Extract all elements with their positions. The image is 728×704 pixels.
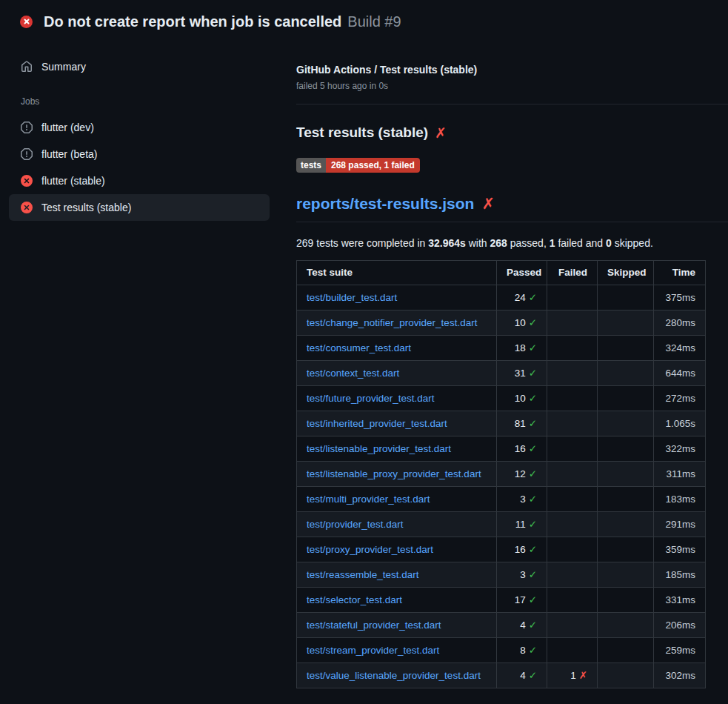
badge-label: tests <box>296 158 326 173</box>
passed-cell: 18✓ <box>497 336 547 361</box>
failed-cell: ✗ <box>547 537 598 562</box>
passed-cell: 8✓ <box>497 638 547 663</box>
time-cell: 331ms <box>654 588 706 613</box>
sidebar-item-flutter-stable[interactable]: flutter (stable) <box>9 167 270 194</box>
failed-cell: ✗ <box>547 285 598 311</box>
cancelled-stop-icon <box>21 122 33 133</box>
table-row: test/future_provider_test.dart 10✓ ✗ 272… <box>297 386 706 411</box>
summary-text: failed and <box>555 237 607 249</box>
passed-cell: 4✓ <box>497 613 547 638</box>
table-row: test/provider_test.dart 11✓ ✗ 291ms <box>297 512 706 537</box>
suite-link[interactable]: test/listenable_provider_test.dart <box>307 443 451 454</box>
failed-cell: ✗ <box>547 436 598 462</box>
section-heading-text: Test results (stable) <box>296 124 428 141</box>
skipped-cell <box>598 436 654 462</box>
failed-cell: ✗ <box>547 562 598 588</box>
suite-link[interactable]: test/multi_provider_test.dart <box>307 494 430 505</box>
page-layout: Summary Jobs flutter (dev) flutter (beta… <box>0 43 728 688</box>
check-icon: ✓ <box>529 392 537 404</box>
sidebar-item-label: Summary <box>41 61 86 73</box>
passed-cell: 11✓ <box>497 512 547 537</box>
run-meta: failed 5 hours ago in 0s <box>296 81 728 91</box>
summary-text: passed, <box>507 237 550 249</box>
summary-duration: 32.964s <box>428 237 466 249</box>
passed-cell: 24✓ <box>497 285 547 311</box>
check-icon: ✓ <box>529 417 537 429</box>
passed-cell: 12✓ <box>497 462 547 487</box>
check-icon: ✓ <box>529 316 537 328</box>
sidebar-item-flutter-beta[interactable]: flutter (beta) <box>9 141 270 167</box>
suite-link[interactable]: test/stream_provider_test.dart <box>307 645 439 656</box>
check-icon: ✓ <box>529 619 537 631</box>
col-header-time: Time <box>654 261 706 285</box>
table-row: test/listenable_proxy_provider_test.dart… <box>297 462 706 487</box>
suite-link[interactable]: test/change_notifier_provider_test.dart <box>307 317 477 328</box>
cancelled-stop-icon <box>21 148 33 160</box>
skipped-cell <box>598 285 654 311</box>
failed-cell: ✗ <box>547 588 598 613</box>
time-cell: 1.065s <box>654 411 706 436</box>
divider <box>296 104 728 104</box>
passed-cell: 17✓ <box>497 588 547 613</box>
report-heading: reports/test-results.json ✗ <box>296 195 728 222</box>
suite-link[interactable]: test/future_provider_test.dart <box>307 393 435 404</box>
skipped-cell <box>598 588 654 613</box>
suite-link[interactable]: test/value_listenable_provider_test.dart <box>307 670 481 681</box>
table-row: test/value_listenable_provider_test.dart… <box>297 663 706 688</box>
passed-cell: 10✓ <box>497 386 547 411</box>
passed-cell: 31✓ <box>497 361 547 386</box>
home-icon <box>21 61 33 73</box>
suite-link[interactable]: test/proxy_provider_test.dart <box>307 544 433 555</box>
sidebar-item-summary[interactable]: Summary <box>9 53 270 80</box>
sidebar-item-flutter-dev[interactable]: flutter (dev) <box>9 114 270 141</box>
x-circle-icon <box>21 202 33 213</box>
check-icon: ✓ <box>529 291 537 303</box>
skipped-cell <box>598 361 654 386</box>
table-row: test/stateful_provider_test.dart 4✓ ✗ 20… <box>297 613 706 638</box>
suite-link[interactable]: test/stateful_provider_test.dart <box>307 620 441 631</box>
table-row: test/builder_test.dart 24✓ ✗ 375ms <box>297 285 706 311</box>
passed-cell: 16✓ <box>497 537 547 562</box>
time-cell: 324ms <box>654 336 706 361</box>
col-header-skipped: Skipped <box>598 261 654 285</box>
run-title-text: Do not create report when job is cancell… <box>44 13 341 30</box>
check-icon: ✓ <box>529 442 537 454</box>
results-table: Test suite Passed Failed Skipped Time te… <box>296 260 706 688</box>
sidebar-item-test-results-stable[interactable]: Test results (stable) <box>9 194 270 221</box>
time-cell: 183ms <box>654 487 706 512</box>
time-cell: 272ms <box>654 386 706 411</box>
suite-link[interactable]: test/consumer_test.dart <box>307 342 411 353</box>
table-row: test/proxy_provider_test.dart 16✓ ✗ 359m… <box>297 537 706 562</box>
suite-link[interactable]: test/builder_test.dart <box>307 292 397 303</box>
col-header-failed: Failed <box>547 261 598 285</box>
suite-link[interactable]: test/provider_test.dart <box>307 519 404 530</box>
table-row: test/stream_provider_test.dart 8✓ ✗ 259m… <box>297 638 706 663</box>
table-header-row: Test suite Passed Failed Skipped Time <box>297 261 706 285</box>
time-cell: 359ms <box>654 537 706 562</box>
section-heading: Test results (stable) ✗ <box>296 124 728 141</box>
skipped-cell <box>598 386 654 411</box>
table-row: test/listenable_provider_test.dart 16✓ ✗… <box>297 436 706 462</box>
sidebar-item-label: flutter (beta) <box>41 148 97 160</box>
failed-x-icon: ✗ <box>435 124 447 141</box>
suite-link[interactable]: test/reassemble_test.dart <box>307 569 419 580</box>
report-link[interactable]: reports/test-results.json <box>296 195 474 213</box>
passed-cell: 3✓ <box>497 562 547 588</box>
suite-link[interactable]: test/inherited_provider_test.dart <box>307 418 447 429</box>
col-header-test-suite: Test suite <box>297 261 497 285</box>
table-row: test/change_notifier_provider_test.dart … <box>297 311 706 336</box>
time-cell: 206ms <box>654 613 706 638</box>
skipped-cell <box>598 663 654 688</box>
check-icon: ✓ <box>529 669 537 681</box>
suite-link[interactable]: test/selector_test.dart <box>307 594 402 605</box>
time-cell: 644ms <box>654 361 706 386</box>
suite-link[interactable]: test/context_test.dart <box>307 368 399 379</box>
summary-text: skipped. <box>612 237 653 249</box>
skipped-cell <box>598 613 654 638</box>
suite-link[interactable]: test/listenable_proxy_provider_test.dart <box>307 468 481 479</box>
sidebar: Summary Jobs flutter (dev) flutter (beta… <box>0 43 278 221</box>
failed-x-icon: ✗ <box>481 195 495 213</box>
table-row: test/inherited_provider_test.dart 81✓ ✗ … <box>297 411 706 436</box>
x-icon: ✗ <box>579 669 587 681</box>
skipped-cell <box>598 638 654 663</box>
